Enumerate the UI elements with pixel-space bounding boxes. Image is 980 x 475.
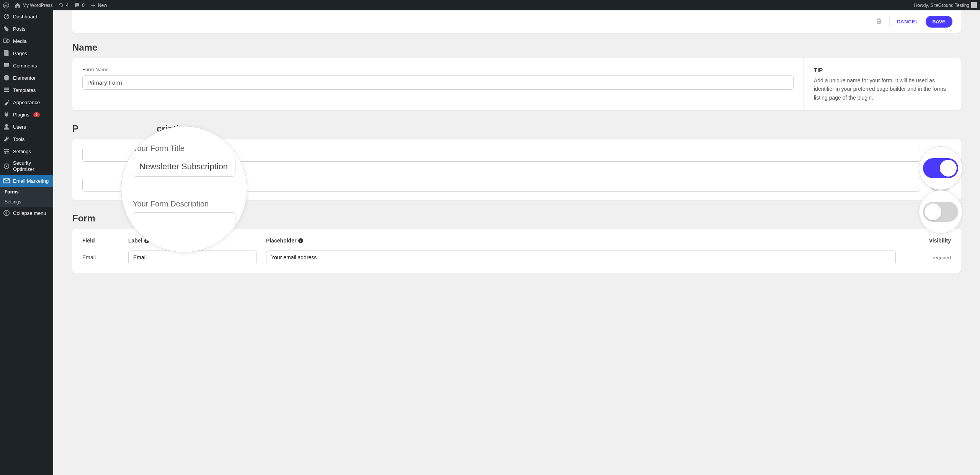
- info-icon[interactable]: i: [298, 238, 303, 243]
- sidebar-item-label: Appearance: [13, 100, 40, 105]
- sidebar-item-templates[interactable]: Templates: [0, 84, 53, 96]
- sidebar-item-label: Elementor: [13, 75, 36, 81]
- howdy-link[interactable]: Howdy, SiteGround Testing: [914, 2, 977, 8]
- collapse-menu[interactable]: Collapse menu: [0, 207, 53, 219]
- header-visibility: Visibility: [905, 238, 951, 244]
- tip-title: TIP: [814, 67, 951, 73]
- divider: [889, 17, 890, 26]
- cancel-button[interactable]: CANCEL: [897, 19, 918, 25]
- magnifier-overlay: Your Form Title Your Form Description: [121, 126, 247, 252]
- row-field-name: Email: [82, 254, 128, 260]
- sidebar-item-email-marketing[interactable]: Email Marketing: [0, 175, 53, 187]
- header-placeholder: Placeholderi: [266, 238, 905, 244]
- avatar: [971, 2, 977, 8]
- sidebar-item-dashboard[interactable]: Dashboard: [0, 10, 53, 23]
- header-field: Field: [82, 238, 128, 244]
- sidebar-item-label: Security Optimizer: [13, 160, 50, 172]
- sidebar-submenu: Forms Settings: [0, 187, 53, 207]
- svg-point-18: [6, 165, 7, 167]
- sidebar-item-label: Email Marketing: [13, 178, 49, 184]
- sidebar-item-security-optimizer[interactable]: Security Optimizer: [0, 157, 53, 175]
- svg-point-14: [5, 149, 7, 151]
- new-link[interactable]: New: [90, 2, 107, 8]
- sidebar-item-label: Posts: [13, 26, 26, 32]
- main-content: CANCEL SAVE Name Form Name TIP Add a uni…: [53, 10, 980, 475]
- tip-text: Add a unique name for your form. It will…: [814, 76, 951, 102]
- comment-icon: [74, 2, 80, 8]
- new-text: New: [98, 3, 107, 8]
- sidebar-item-users[interactable]: Users: [0, 121, 53, 133]
- sidebar-item-label: Templates: [13, 87, 36, 93]
- comments-count: 0: [82, 3, 85, 8]
- sidebar-item-label: Media: [13, 38, 26, 44]
- sidebar-item-media[interactable]: Media: [0, 35, 53, 47]
- sidebar-item-plugins[interactable]: Plugins1: [0, 108, 53, 121]
- delete-button[interactable]: [875, 18, 882, 26]
- sidebar-item-pages[interactable]: Pages: [0, 47, 53, 59]
- sidebar-item-label: Tools: [13, 136, 24, 142]
- svg-point-10: [5, 124, 8, 127]
- sidebar-item-settings[interactable]: Settings: [0, 145, 53, 157]
- collapse-label: Collapse menu: [13, 210, 46, 216]
- sidebar-item-appearance[interactable]: Appearance: [0, 96, 53, 108]
- zoom-title-label: Your Form Title: [133, 144, 235, 153]
- sidebar-item-label: Dashboard: [13, 14, 38, 20]
- svg-rect-9: [4, 91, 9, 92]
- svg-point-15: [7, 151, 8, 152]
- sidebar-item-posts[interactable]: Posts: [0, 23, 53, 35]
- name-card: Form Name TIP Add a unique name for your…: [72, 58, 961, 110]
- submenu-settings[interactable]: Settings: [0, 197, 53, 207]
- home-icon: [15, 2, 21, 8]
- sidebar-item-comments[interactable]: Comments: [0, 59, 53, 72]
- svg-rect-7: [4, 88, 9, 89]
- row-visibility: required: [905, 255, 951, 260]
- row-label-input[interactable]: [128, 251, 257, 264]
- zoom-desc-label: Your Form Description: [133, 200, 235, 208]
- sidebar-item-elementor[interactable]: Elementor: [0, 72, 53, 84]
- sidebar-item-label: Plugins: [13, 112, 29, 118]
- svg-rect-5: [5, 51, 8, 56]
- form-name-label: Form Name: [82, 67, 794, 72]
- admin-bar: My WordPress 4 0 New Howdy, SiteGround T…: [0, 0, 980, 10]
- wp-logo[interactable]: [3, 2, 9, 8]
- table-row: Email required: [82, 251, 951, 264]
- admin-sidebar: Dashboard Posts Media Pages Comments Ele…: [0, 10, 53, 475]
- trash-icon: [875, 18, 882, 25]
- action-bar: CANCEL SAVE: [72, 10, 961, 33]
- svg-point-20: [4, 210, 9, 216]
- updates-link[interactable]: 4: [58, 2, 69, 8]
- site-name-link[interactable]: My WordPress: [15, 2, 52, 8]
- description-toggle-magnified[interactable]: [923, 202, 958, 222]
- submenu-forms[interactable]: Forms: [0, 187, 53, 197]
- sidebar-item-label: Settings: [13, 149, 31, 154]
- save-button[interactable]: SAVE: [926, 16, 952, 28]
- sidebar-item-label: Comments: [13, 63, 37, 69]
- magnifier-toggle-off: [919, 190, 962, 234]
- form-name-input[interactable]: [82, 75, 794, 90]
- site-name-text: My WordPress: [23, 3, 52, 8]
- zoom-desc-input[interactable]: [133, 212, 235, 229]
- svg-rect-8: [4, 89, 9, 90]
- refresh-icon: [58, 2, 64, 8]
- title-toggle-magnified[interactable]: [923, 158, 958, 178]
- name-section-title: Name: [72, 42, 961, 53]
- magnifier-toggle-on: [919, 146, 962, 190]
- sidebar-item-label: Users: [13, 124, 26, 130]
- comments-link[interactable]: 0: [74, 2, 85, 8]
- svg-point-16: [5, 152, 7, 154]
- updates-count: 4: [66, 3, 69, 8]
- zoom-title-input[interactable]: [133, 157, 235, 177]
- plus-icon: [90, 2, 96, 8]
- sidebar-item-tools[interactable]: Tools: [0, 133, 53, 145]
- svg-point-6: [4, 75, 9, 80]
- plugins-badge: 1: [33, 112, 40, 117]
- howdy-text: Howdy, SiteGround Testing: [914, 3, 969, 8]
- sidebar-item-label: Pages: [13, 51, 27, 56]
- row-placeholder-input[interactable]: [266, 251, 896, 264]
